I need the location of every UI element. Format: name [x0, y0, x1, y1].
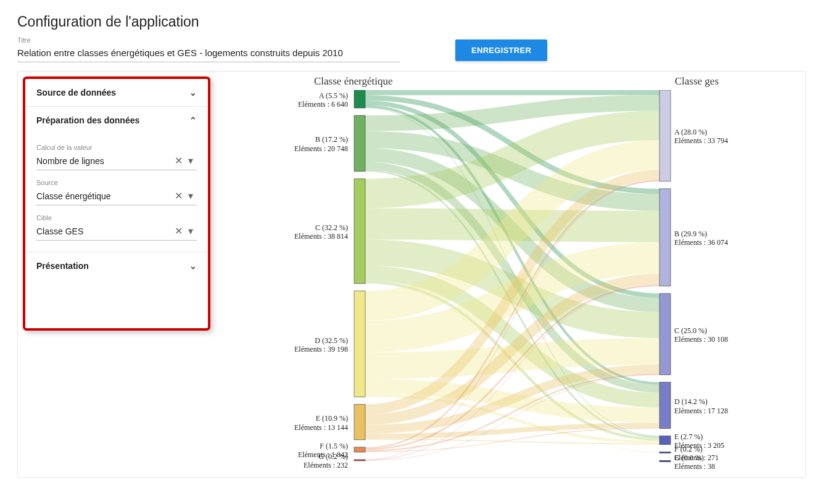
- target-select[interactable]: Classe GES ✕ ▾: [36, 223, 197, 241]
- svg-rect-9: [660, 294, 671, 375]
- right-node-label: G (0.0 %)Eléments : 38: [674, 453, 715, 471]
- left-node-label: E (10.9 %)Eléments : 13 144: [225, 414, 348, 432]
- config-panel: Source de données ⌄ Préparation des donn…: [23, 76, 210, 331]
- svg-rect-8: [660, 189, 671, 286]
- title-field-label: Titre: [17, 36, 400, 44]
- svg-rect-13: [660, 461, 671, 462]
- dropdown-icon[interactable]: ▾: [184, 225, 197, 237]
- svg-rect-1: [354, 115, 365, 171]
- svg-rect-7: [660, 90, 671, 181]
- target-label: Cible: [36, 214, 197, 221]
- svg-rect-2: [354, 179, 365, 284]
- right-node-label: A (28.0 %)Eléments : 33 794: [674, 128, 728, 146]
- select-value: Classe énergétique: [36, 191, 172, 201]
- source-select[interactable]: Classe énergétique ✕ ▾: [36, 188, 197, 205]
- accordion-label: Source de données: [36, 88, 116, 97]
- svg-rect-0: [354, 90, 365, 108]
- right-node-label: C (25.0 %)Eléments : 30 108: [674, 326, 728, 344]
- left-node-label: G (0.2 %)Eléments : 232: [225, 452, 348, 470]
- dropdown-icon[interactable]: ▾: [184, 190, 197, 202]
- select-value: Classe GES: [36, 226, 172, 236]
- accordion-preparation-donnees[interactable]: Préparation des données ⌃: [25, 107, 208, 134]
- svg-rect-4: [354, 404, 365, 440]
- accordion-source-donnees[interactable]: Source de données ⌄: [25, 79, 208, 106]
- dropdown-icon[interactable]: ▾: [184, 155, 197, 167]
- left-node-label: C (32.2 %)Eléments : 38 814: [225, 223, 348, 241]
- calc-value-label: Calcul de la valeur: [36, 144, 197, 151]
- right-column-title: Classe ges: [675, 75, 719, 88]
- svg-rect-12: [660, 452, 671, 453]
- right-node-label: B (29.9 %)Eléments : 36 074: [674, 229, 728, 247]
- main-area: Source de données ⌄ Préparation des donn…: [17, 71, 806, 478]
- chevron-down-icon: ⌄: [189, 261, 197, 271]
- svg-rect-10: [660, 382, 671, 429]
- svg-rect-6: [354, 460, 365, 461]
- svg-rect-11: [660, 436, 671, 445]
- clear-icon[interactable]: ✕: [172, 190, 184, 202]
- right-node-label: D (14.2 %)Eléments : 17 128: [674, 397, 728, 415]
- chevron-up-icon: ⌃: [189, 115, 197, 125]
- svg-rect-3: [354, 291, 365, 397]
- calc-value-select[interactable]: Nombre de lignes ✕ ▾: [36, 152, 197, 170]
- accordion-presentation[interactable]: Présentation ⌄: [25, 252, 208, 279]
- svg-rect-5: [354, 447, 365, 452]
- accordion-label: Présentation: [36, 261, 89, 271]
- source-label: Source: [36, 179, 197, 186]
- left-node-label: B (17.2 %)Eléments : 20 748: [225, 135, 348, 153]
- clear-icon[interactable]: ✕: [172, 155, 184, 167]
- sankey-chart: Classe énergétique Classe ges A (5.5 %)E…: [215, 72, 805, 477]
- left-node-label: A (5.5 %)Eléments : 6 640: [225, 91, 348, 109]
- title-input[interactable]: [17, 45, 400, 62]
- chevron-down-icon: ⌄: [189, 88, 197, 97]
- clear-icon[interactable]: ✕: [172, 225, 184, 237]
- save-button[interactable]: ENREGISTRER: [455, 39, 547, 61]
- accordion-label: Préparation des données: [36, 115, 139, 125]
- left-node-label: D (32.5 %)Eléments : 39 198: [225, 336, 348, 354]
- select-value: Nombre de lignes: [36, 156, 172, 166]
- left-column-title: Classe énergétique: [314, 75, 393, 88]
- page-title: Configuration de l'application: [17, 14, 806, 30]
